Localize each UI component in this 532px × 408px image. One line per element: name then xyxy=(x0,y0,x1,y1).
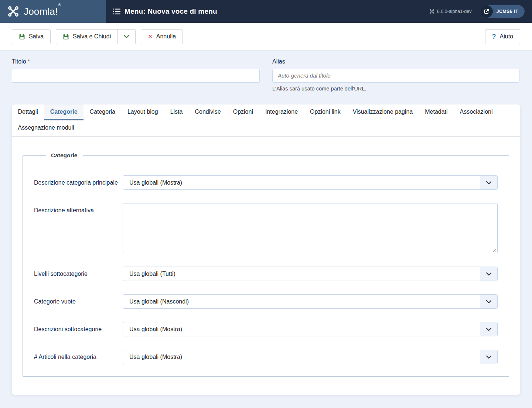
subcategory-levels-label: Livelli sottocategorie xyxy=(34,267,123,281)
categorie-fieldset: Categorie Descrizione categoria principa… xyxy=(23,152,509,377)
tab-bar: Dettagli Categorie Categoria Layout blog… xyxy=(12,104,520,137)
chevron-down-icon xyxy=(123,34,130,39)
alias-help-text: L'Alias sarà usato come parte dell'URL. xyxy=(272,86,519,92)
chevron-down-icon xyxy=(480,295,497,308)
brand-registered-mark: ® xyxy=(58,3,61,7)
page-title-wrap: Menu: Nuova voce di menu xyxy=(113,7,217,16)
version-text: 6.0.0-alpha1-dev xyxy=(437,9,472,14)
title-field-group: Titolo * xyxy=(12,58,260,92)
field-row: # Articoli nella categoria Usa globali (… xyxy=(34,350,498,364)
save-close-button[interactable]: Salva e Chiudi xyxy=(56,29,118,44)
field-row: Descrizione alternativa xyxy=(34,203,498,253)
save-icon xyxy=(19,34,25,40)
help-label: Aiuto xyxy=(500,33,513,40)
brand[interactable]: Joomla!® xyxy=(0,0,106,23)
toolbar: Salva Salva e Chiudi ✕ Annulla xyxy=(0,23,532,51)
tab-visualizzazione-pagina[interactable]: Visualizzazione pagina xyxy=(347,104,419,120)
tab-layout-blog[interactable]: Layout blog xyxy=(121,104,164,120)
page-title: Menu: Nuova voce di menu xyxy=(125,7,217,16)
alias-field-group: Alias L'Alias sarà usato come parte dell… xyxy=(272,58,519,92)
tab-dettagli[interactable]: Dettagli xyxy=(12,104,44,120)
save-icon xyxy=(63,34,69,40)
header-main: Menu: Nuova voce di menu 6.0.0-a xyxy=(106,0,532,23)
tab-categoria[interactable]: Categoria xyxy=(83,104,121,120)
save-close-label: Salva e Chiudi xyxy=(73,33,111,40)
main-category-description-select[interactable]: Usa globali (Mostra) xyxy=(123,175,498,190)
articles-in-category-label: # Articoli nella categoria xyxy=(34,350,123,364)
field-row: Descrizioni sottocategorie Usa globali (… xyxy=(34,322,498,336)
field-row: Livelli sottocategorie Usa globali (Tutt… xyxy=(34,267,498,281)
joomla-logo-icon xyxy=(7,5,20,18)
brand-name: Joomla!® xyxy=(24,6,61,17)
subcategories-descriptions-select[interactable]: Usa globali (Mostra) xyxy=(123,322,498,336)
header: Joomla!® Menu: Nuova voce di menu xyxy=(0,0,532,23)
tab-integrazione[interactable]: Integrazione xyxy=(259,104,304,120)
tab-lista[interactable]: Lista xyxy=(164,104,189,120)
preview-site-button[interactable]: JCMS6 IT xyxy=(480,5,525,18)
help-button[interactable]: ? Aiuto xyxy=(485,29,520,44)
alternative-description-textarea[interactable] xyxy=(123,203,498,253)
help-question-icon: ? xyxy=(492,33,496,41)
chevron-down-icon xyxy=(480,350,497,364)
field-row: Descrizione categoria principale Usa glo… xyxy=(34,175,498,190)
page: Joomla!® Menu: Nuova voce di menu xyxy=(0,0,532,395)
save-label: Salva xyxy=(29,33,44,40)
title-label: Titolo * xyxy=(12,58,260,65)
tab-categorie[interactable]: Categorie xyxy=(44,104,83,120)
alternative-description-label: Descrizione alternativa xyxy=(34,203,123,253)
fieldset-legend: Categorie xyxy=(46,152,83,159)
tab-opzioni-link[interactable]: Opzioni link xyxy=(304,104,347,120)
subcategory-levels-select[interactable]: Usa globali (Tutti) xyxy=(123,267,498,281)
tab-opzioni[interactable]: Opzioni xyxy=(227,104,259,120)
tab-associazioni[interactable]: Associazioni xyxy=(454,104,499,120)
subcategories-descriptions-label: Descrizioni sottocategorie xyxy=(34,322,123,336)
title-alias-section: Titolo * Alias L'Alias sarà usato come p… xyxy=(0,51,532,92)
alias-label: Alias xyxy=(272,58,519,65)
empty-categories-select[interactable]: Usa globali (Nascondi) xyxy=(123,294,498,309)
field-row: Categorie vuote Usa globali (Nascondi) xyxy=(34,294,498,309)
empty-categories-label: Categorie vuote xyxy=(34,294,123,309)
tab-panel-categorie: Categorie Descrizione categoria principa… xyxy=(12,137,520,395)
articles-in-category-select[interactable]: Usa globali (Mostra) xyxy=(123,350,498,364)
version-label: 6.0.0-alpha1-dev xyxy=(429,9,472,14)
title-input[interactable] xyxy=(12,69,260,83)
preview-site-label: JCMS6 IT xyxy=(497,9,518,14)
tab-condivise[interactable]: Condivise xyxy=(189,104,227,120)
tab-metadati[interactable]: Metadati xyxy=(419,104,454,120)
cancel-x-icon: ✕ xyxy=(148,33,153,40)
main-category-description-label: Descrizione categoria principale xyxy=(34,175,123,190)
external-link-icon xyxy=(480,5,493,18)
cancel-label: Annulla xyxy=(156,33,176,40)
menu-list-icon xyxy=(113,8,120,15)
tab-assegnazione-moduli[interactable]: Assegnazione moduli xyxy=(12,120,80,136)
save-options-dropdown-toggle[interactable] xyxy=(118,29,136,44)
joomla-version-icon xyxy=(429,9,434,14)
cancel-button[interactable]: ✕ Annulla xyxy=(141,29,183,44)
save-close-group: Salva e Chiudi xyxy=(56,29,136,44)
chevron-down-icon xyxy=(480,322,497,336)
save-button[interactable]: Salva xyxy=(12,29,51,44)
content-card: Dettagli Categorie Categoria Layout blog… xyxy=(12,104,520,395)
header-right: 6.0.0-alpha1-dev JCMS6 IT xyxy=(429,5,525,18)
chevron-down-icon xyxy=(480,176,497,189)
chevron-down-icon xyxy=(480,267,497,281)
alias-input[interactable] xyxy=(272,69,519,83)
